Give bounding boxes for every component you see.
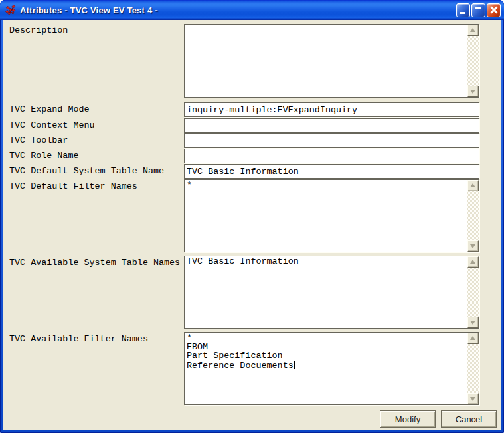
app-icon — [4, 3, 17, 17]
tvc-expand-mode-label: TVC Expand Mode — [9, 104, 90, 114]
tvc-available-system-table-names-textarea[interactable]: TVC Basic Information — [184, 256, 479, 329]
tvc-available-filter-names-label: TVC Available Filter Names — [9, 334, 148, 344]
arrow-up-icon — [470, 336, 475, 340]
close-icon — [489, 6, 498, 15]
tvc-default-filter-names-textarea[interactable]: * — [184, 179, 479, 252]
description-text — [185, 25, 467, 97]
scroll-down-button[interactable] — [467, 86, 479, 97]
scroll-up-button[interactable] — [467, 256, 479, 268]
arrow-down-icon — [470, 321, 475, 325]
tvc-available-filter-names-textarea[interactable]: * EBOM Part Specification Reference Docu… — [184, 332, 479, 405]
scroll-down-button[interactable] — [467, 317, 479, 328]
window-controls — [456, 3, 501, 17]
tvc-available-system-table-names-text: TVC Basic Information — [185, 256, 467, 328]
available-filters-scrollbar[interactable] — [467, 333, 479, 404]
attributes-dialog-window: Attributes - TVC View EV Test 4 - Descri… — [0, 0, 504, 433]
scroll-down-button[interactable] — [467, 240, 479, 252]
tvc-default-system-table-name-label: TVC Default System Table Name — [9, 166, 164, 176]
arrow-up-icon — [470, 28, 475, 32]
tvc-toolbar-label: TVC Toolbar — [9, 135, 68, 145]
arrow-down-icon — [470, 397, 475, 401]
window-title: Attributes - TVC View EV Test 4 - — [20, 5, 456, 15]
tvc-default-system-table-name-input[interactable] — [184, 164, 479, 179]
description-textarea[interactable] — [184, 24, 479, 98]
modify-button[interactable]: Modify — [380, 410, 436, 428]
tvc-default-filter-names-label: TVC Default Filter Names — [9, 181, 137, 191]
minimize-button[interactable] — [456, 3, 470, 17]
scroll-up-button[interactable] — [467, 25, 479, 36]
scrollbar-track[interactable] — [467, 36, 479, 86]
tvc-available-system-table-names-label: TVC Available System Table Names — [9, 258, 180, 268]
default-filter-scrollbar[interactable] — [467, 180, 479, 252]
scrollbar-track[interactable] — [467, 344, 479, 393]
text-cursor — [294, 361, 295, 369]
dialog-body: Description TVC Expand Mode TVC Context … — [3, 20, 501, 430]
tvc-expand-mode-input[interactable] — [184, 102, 479, 117]
minimize-icon — [460, 12, 465, 14]
tvc-role-name-input[interactable] — [184, 149, 479, 163]
maximize-button[interactable] — [471, 3, 485, 17]
tvc-context-menu-input[interactable] — [184, 118, 479, 133]
description-scrollbar[interactable] — [467, 25, 479, 97]
scrollbar-track[interactable] — [467, 191, 479, 240]
tvc-available-filter-names-value: * EBOM Part Specification Reference Docu… — [187, 333, 294, 371]
scroll-up-button[interactable] — [467, 333, 479, 344]
close-button[interactable] — [487, 3, 501, 17]
arrow-down-icon — [470, 90, 475, 94]
scroll-down-button[interactable] — [467, 393, 479, 404]
scrollbar-track[interactable] — [467, 268, 479, 317]
arrow-up-icon — [470, 183, 475, 187]
description-label: Description — [9, 25, 68, 35]
tvc-context-menu-label: TVC Context Menu — [9, 120, 95, 130]
available-tables-scrollbar[interactable] — [467, 256, 479, 328]
maximize-icon — [475, 7, 481, 13]
tvc-available-filter-names-text: * EBOM Part Specification Reference Docu… — [185, 333, 467, 404]
tvc-role-name-label: TVC Role Name — [9, 151, 78, 161]
tvc-toolbar-input[interactable] — [184, 133, 479, 148]
arrow-up-icon — [470, 260, 475, 264]
cancel-button[interactable]: Cancel — [441, 410, 497, 428]
arrow-down-icon — [470, 244, 475, 248]
title-bar[interactable]: Attributes - TVC View EV Test 4 - — [0, 0, 504, 20]
scroll-up-button[interactable] — [467, 180, 479, 191]
tvc-default-filter-names-text: * — [185, 180, 467, 252]
